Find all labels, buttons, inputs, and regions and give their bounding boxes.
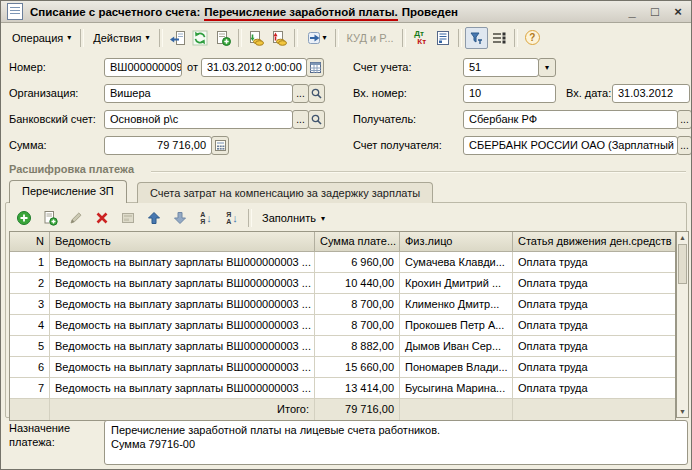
number-input[interactable]: ВШ000000009: [104, 58, 182, 77]
bank-account-open-button[interactable]: [308, 110, 325, 129]
cell-n: 7: [10, 378, 50, 399]
kud-button-disabled: КУД и Р...: [342, 29, 399, 47]
create-based-on-icon[interactable]: [212, 27, 235, 49]
cell-amount: 13 414,00: [315, 378, 400, 399]
maximize-button[interactable]: □: [648, 5, 662, 19]
table-row[interactable]: 3 Ведомость на выплату зарплаты ВШ000000…: [10, 294, 675, 315]
table-vertical-scrollbar[interactable]: ▲ ▼: [676, 231, 689, 418]
operation-menu-button[interactable]: Операция▾: [6, 29, 77, 47]
arrow-up-icon: [146, 210, 162, 226]
total-label: Итого:: [50, 399, 315, 420]
delete-row-button[interactable]: [89, 207, 115, 229]
cell-article: Оплата труда: [513, 357, 675, 378]
incoming-number-input[interactable]: 10: [463, 84, 556, 103]
payment-purpose-textarea[interactable]: Перечисление заработной платы на лицевые…: [104, 420, 688, 465]
edit-row-button-disabled: [63, 207, 89, 229]
bank-account-input[interactable]: Основной р\с: [104, 110, 293, 129]
post-document-icon[interactable]: [189, 27, 212, 49]
tab-compensation-accounts[interactable]: Счета затрат на компенсацию за задержку …: [137, 182, 433, 203]
cell-vedomost: Ведомость на выплату зарплаты ВШ00000000…: [50, 252, 315, 273]
table-header-row[interactable]: N Ведомость Сумма плате... Физ.лицо Стат…: [10, 232, 675, 252]
section-divider: [151, 171, 686, 173]
table-total-row: Итого: 79 716,00: [10, 399, 675, 420]
calculator-button[interactable]: [211, 136, 229, 155]
toolbar-separator: [238, 29, 242, 47]
cell-person: Пономарев Влади...: [400, 357, 513, 378]
calendar-icon: [310, 62, 321, 73]
cell-n: 3: [10, 294, 50, 315]
scroll-down-icon[interactable]: ▼: [679, 406, 686, 417]
recipient-select-button[interactable]: ...: [677, 110, 692, 129]
organization-input[interactable]: Вишера: [104, 84, 293, 103]
filter-toggle-button-pressed[interactable]: [465, 27, 488, 49]
date-input[interactable]: 31.03.2012 0:00:00: [201, 58, 307, 77]
cell-article: Оплата труда: [513, 378, 675, 399]
delete-icon: [94, 210, 110, 226]
table-row[interactable]: 2 Ведомость на выплату зарплаты ВШ000000…: [10, 273, 675, 294]
sum-label: Сумма:: [9, 136, 47, 155]
tab-salary-transfer[interactable]: Перечисление ЗП: [9, 180, 127, 203]
table-row[interactable]: 1 Ведомость на выплату зарплаты ВШ000000…: [10, 252, 675, 273]
scrollbar-thumb[interactable]: [678, 244, 687, 284]
export-icon[interactable]: ▾: [301, 27, 332, 49]
list-settings-icon[interactable]: [488, 27, 511, 49]
dtkt-postings-button[interactable]: ДтКт: [409, 27, 432, 49]
add-row-button[interactable]: [11, 207, 37, 229]
incoming-number-label: Вх. номер:: [353, 84, 407, 103]
accounting-account-dropdown-button[interactable]: ▾: [538, 58, 556, 77]
cell-amount: 8 700,00: [315, 315, 400, 336]
accounting-account-label: Счет учета:: [353, 58, 411, 77]
payments-table: N Ведомость Сумма плате... Физ.лицо Стат…: [9, 231, 676, 421]
table-row[interactable]: 6 Ведомость на выплату зарплаты ВШ000000…: [10, 357, 675, 378]
payment-out-coins-icon[interactable]: [268, 27, 291, 49]
cell-article: [513, 399, 675, 420]
table-row[interactable]: 4 Ведомость на выплату зарплаты ВШ000000…: [10, 315, 675, 336]
toolbar-separator: [335, 29, 339, 47]
sum-input[interactable]: 79 716,00: [104, 136, 212, 155]
calendar-button[interactable]: [306, 58, 324, 77]
cell-amount: 6 960,00: [315, 252, 400, 273]
bank-account-select-button[interactable]: ...: [292, 110, 309, 129]
table-row[interactable]: 5 Ведомость на выплату зарплаты ВШ000000…: [10, 336, 675, 357]
sort-descending-button[interactable]: ЯА↓: [219, 207, 245, 229]
recipient-input[interactable]: Сбербанк РФ: [463, 110, 678, 129]
move-down-button[interactable]: [167, 207, 193, 229]
table-row[interactable]: 7 Ведомость на выплату зарплаты ВШ000000…: [10, 378, 675, 399]
column-header-article[interactable]: Статья движения ден.средств: [513, 232, 675, 251]
incoming-date-input[interactable]: 31.03.2012: [612, 84, 690, 103]
journal-icon[interactable]: [432, 27, 455, 49]
cell-amount: 8 700,00: [315, 294, 400, 315]
column-header-amount[interactable]: Сумма плате...: [315, 232, 400, 251]
fill-button[interactable]: Заполнить▾: [255, 209, 332, 227]
organization-open-button[interactable]: [308, 84, 325, 103]
total-amount: 79 716,00: [315, 399, 400, 420]
payment-in-coins-icon[interactable]: [245, 27, 268, 49]
magnifier-icon: [311, 88, 322, 99]
scroll-up-icon[interactable]: ▲: [679, 232, 686, 243]
recipient-account-select-button[interactable]: ...: [677, 136, 692, 155]
cell-n: 6: [10, 357, 50, 378]
copy-row-button[interactable]: [37, 207, 63, 229]
cell-vedomost: Ведомость на выплату зарплаты ВШ00000000…: [50, 273, 315, 294]
cell-n: 4: [10, 315, 50, 336]
column-header-person[interactable]: Физ.лицо: [400, 232, 513, 251]
organization-select-button[interactable]: ...: [292, 84, 309, 103]
payment-purpose-label: Назначение платежа:: [9, 421, 70, 449]
cell-n: 2: [10, 273, 50, 294]
sort-ascending-button[interactable]: АЯ↓: [193, 207, 219, 229]
move-up-button[interactable]: [141, 207, 167, 229]
sort-desc-icon: ЯА↓: [226, 211, 238, 225]
recipient-account-input[interactable]: СБЕРБАНК РОССИИ ОАО (Зарплатный: [463, 136, 678, 155]
bank-account-label: Банковский счет:: [9, 110, 96, 129]
chevron-down-icon: ▾: [67, 34, 71, 42]
help-button[interactable]: ?: [521, 27, 544, 49]
actions-menu-button[interactable]: Действия▾: [87, 29, 155, 47]
column-header-vedomost[interactable]: Ведомость: [50, 232, 315, 251]
accounting-account-select[interactable]: 51: [463, 58, 539, 77]
save-record-icon[interactable]: [166, 27, 189, 49]
column-header-n[interactable]: N: [10, 232, 50, 251]
minimize-button[interactable]: _: [625, 5, 639, 19]
close-button[interactable]: ×: [671, 5, 685, 19]
toolbar-separator: [248, 209, 252, 227]
pencil-icon: [68, 210, 84, 226]
